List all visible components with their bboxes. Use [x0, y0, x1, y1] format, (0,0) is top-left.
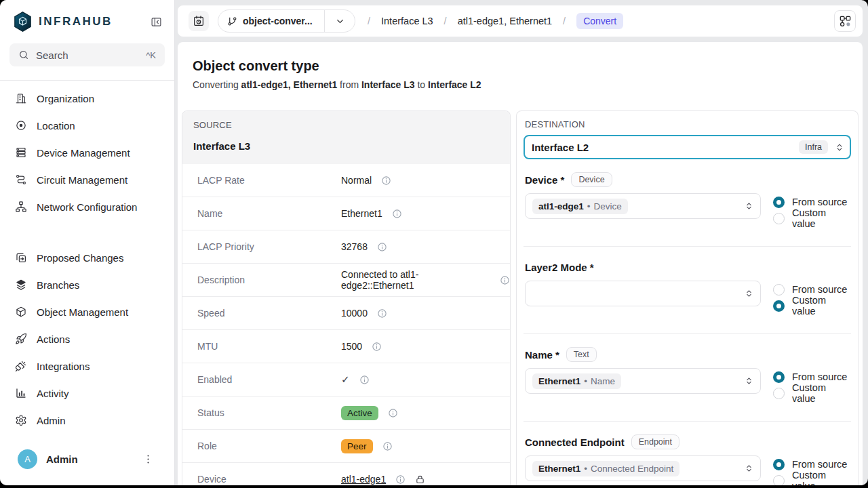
layer2-mode-select[interactable]	[525, 281, 761, 306]
name-select[interactable]: Ethernet1•Name	[525, 368, 761, 394]
source-row-device: Device atl1-edge1	[182, 463, 510, 485]
branch-name: object-conver...	[243, 16, 321, 26]
cube-icon	[15, 306, 27, 318]
field-value: Normal	[341, 175, 372, 186]
info-icon[interactable]	[388, 408, 398, 418]
custom-value-radio[interactable]: Custom value	[773, 385, 850, 401]
sidebar-item-label: Circuit Management	[37, 174, 127, 186]
info-icon[interactable]	[382, 441, 393, 451]
chevron-down-icon[interactable]	[325, 16, 355, 26]
user-menu[interactable]: A Admin	[0, 440, 174, 485]
sidebar-item-organization[interactable]: Organization	[0, 85, 174, 112]
field-section-device: Device * Device atl1-edge1•Device From s…	[524, 159, 851, 247]
kebab-menu-icon[interactable]	[142, 453, 154, 466]
info-icon[interactable]	[377, 242, 387, 252]
schema-visualizer-button[interactable]	[834, 10, 856, 32]
breadcrumb-object[interactable]: atl1-edge1, Ethernet1	[458, 16, 552, 26]
search-box[interactable]: ^K	[9, 43, 165, 66]
sidebar-item-actions[interactable]: Actions	[0, 325, 174, 352]
sidebar-item-location[interactable]: Location	[0, 112, 174, 139]
check-icon: ✓	[341, 373, 350, 386]
info-icon[interactable]	[395, 474, 406, 485]
source-row-role: Role Peer	[182, 430, 510, 463]
field-value: 32768	[341, 241, 368, 252]
sidebar-item-network-configuration[interactable]: Network Configuration	[0, 193, 174, 220]
source-row-mtu: MTU 1500	[182, 330, 510, 363]
field-label: Status	[197, 407, 341, 418]
field-label: Enabled	[197, 374, 341, 385]
field-label: Name *	[525, 349, 559, 361]
topbar: object-conver... / Interface L3 / atl1-e…	[178, 5, 863, 37]
device-link[interactable]: atl1-edge1	[341, 474, 386, 485]
source-row-lacp-priority: LACP Priority 32768	[182, 230, 510, 264]
route-icon	[15, 174, 27, 186]
field-label: MTU	[197, 341, 341, 352]
role-badge: Peer	[341, 439, 373, 453]
git-branch-icon	[227, 16, 237, 26]
source-panel-header: SOURCE Interface L3	[182, 111, 510, 164]
field-section-layer2-mode: Layer2 Mode * From source Custom value	[524, 247, 851, 334]
field-value: 1500	[341, 341, 362, 352]
plug-icon	[15, 360, 27, 372]
field-label: Device	[197, 474, 341, 485]
stepper-icon	[745, 375, 753, 386]
breadcrumb-interface-l3[interactable]: Interface L3	[381, 16, 433, 26]
breadcrumb-separator: /	[563, 16, 566, 26]
field-label: LACP Rate	[197, 175, 341, 186]
server-icon	[15, 146, 27, 159]
sidebar-item-label: Location	[37, 120, 75, 131]
field-label: LACP Priority	[197, 241, 341, 252]
sidebar-item-circuit-management[interactable]: Circuit Management	[0, 166, 174, 193]
info-icon[interactable]	[381, 176, 391, 186]
breadcrumb-convert[interactable]: Convert	[576, 13, 623, 29]
sidebar-item-label: Admin	[37, 415, 66, 426]
sidebar-item-activity[interactable]: Activity	[0, 380, 174, 407]
breadcrumb-separator: /	[444, 16, 447, 26]
breadcrumb: / Interface L3 / atl1-edge1, Ethernet1 /…	[368, 13, 623, 29]
custom-value-radio[interactable]: Custom value	[773, 298, 850, 314]
destination-type-select[interactable]: Interface L2 Infra	[524, 135, 851, 159]
selected-value-pill: atl1-edge1•Device	[532, 199, 628, 214]
source-row-speed: Speed 10000	[182, 297, 510, 330]
info-icon[interactable]	[372, 342, 382, 352]
sidebar-item-admin[interactable]: Admin	[0, 407, 174, 434]
field-label: Name	[197, 208, 341, 219]
sidebar-item-object-management[interactable]: Object Management	[0, 298, 174, 325]
custom-value-radio[interactable]: Custom value	[773, 472, 850, 485]
main-card: Object convert type Converting atl1-edge…	[178, 42, 863, 485]
branch-selector[interactable]: object-conver...	[218, 9, 355, 33]
sidebar-item-label: Branches	[37, 279, 79, 291]
bar-chart-icon	[15, 387, 27, 399]
sidebar-item-label: Object Management	[37, 306, 128, 318]
stepper-icon	[835, 142, 844, 153]
info-icon[interactable]	[392, 209, 402, 219]
sidebar-item-label: Proposed Changes	[37, 252, 123, 264]
info-icon[interactable]	[359, 375, 370, 385]
source-kicker: SOURCE	[193, 120, 499, 130]
sidebar-item-branches[interactable]: Branches	[0, 271, 174, 298]
app-window: INFRAHUB ^K Organization Location	[0, 0, 868, 485]
search-shortcut: ^K	[146, 50, 156, 60]
device-select[interactable]: atl1-edge1•Device	[525, 193, 761, 219]
info-icon[interactable]	[500, 275, 510, 285]
content-area: object-conver... / Interface L3 / atl1-e…	[175, 0, 868, 485]
search-input[interactable]	[36, 49, 139, 61]
time-travel-button[interactable]	[189, 11, 209, 31]
status-badge: Active	[341, 406, 378, 420]
custom-value-radio[interactable]: Custom value	[773, 210, 850, 226]
logo-row: INFRAHUB	[0, 0, 174, 32]
infrahub-logo-icon	[14, 12, 32, 32]
destination-type-value: Interface L2	[532, 142, 792, 153]
connected-endpoint-select[interactable]: Ethernet1•Connected Endpoint	[525, 455, 761, 481]
sidebar-item-device-management[interactable]: Device Management	[0, 139, 174, 166]
info-icon[interactable]	[377, 308, 387, 319]
sidebar-item-integrations[interactable]: Integrations	[0, 352, 174, 380]
rocket-icon	[15, 333, 27, 345]
search-icon	[18, 49, 29, 60]
value-mode-radios: From source Custom value	[773, 368, 850, 401]
source-row-status: Status Active	[182, 396, 510, 430]
sidebar-collapse-button[interactable]	[149, 14, 163, 29]
field-kind-badge: Text	[566, 347, 597, 362]
sidebar-item-proposed-changes[interactable]: Proposed Changes	[0, 244, 174, 271]
field-label: Speed	[197, 308, 341, 319]
